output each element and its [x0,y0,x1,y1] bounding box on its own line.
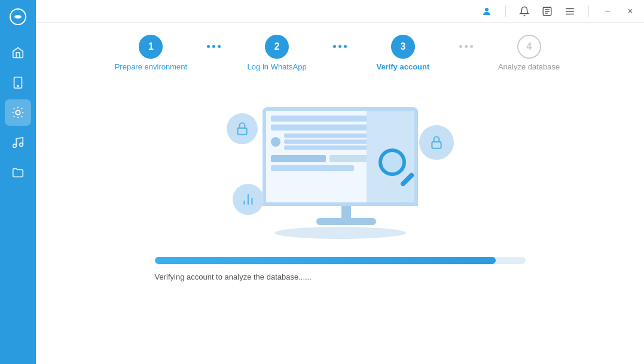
notification-bell-button[interactable] [518,5,531,18]
step-4-label: Analyze database [498,62,560,71]
monitor-shadow [274,227,406,239]
app-logo [7,6,29,28]
monitor-stand-base [316,218,376,225]
svg-point-5 [13,144,17,148]
notes-button[interactable] [541,5,554,18]
step-1-circle: 1 [139,35,163,59]
svg-point-6 [20,143,23,147]
step-4-circle: 4 [517,35,541,59]
step-3-circle: 3 [391,35,415,59]
screen-bar [271,165,354,171]
dot [212,45,215,48]
dot [465,45,468,48]
step-4: 4 Analyze database [473,35,585,71]
screen-btn [271,155,326,162]
step-2: 2 Log in WhatsApp [221,35,333,71]
screen-btn2 [329,155,371,162]
svg-point-1 [16,15,20,19]
dot [459,45,462,48]
step-1: 1 Prepare environment [95,35,207,71]
screen-avatar [271,137,280,147]
monitor-screen [263,107,418,206]
screen-line [284,139,372,144]
titlebar-separator [505,6,506,17]
titlebar-separator2 [588,6,589,17]
content-area: 1 Prepare environment 2 Log in WhatsApp [36,23,644,364]
titlebar: − × [36,0,644,23]
screen-bar [271,125,382,131]
close-button[interactable]: × [624,5,637,18]
magnifier-icon [379,148,418,190]
step-3: 3 Verify account [347,35,459,71]
mag-handle [399,172,414,187]
chart-badge-bottomleft [233,184,264,215]
sidebar-item-music[interactable] [5,129,31,156]
progress-wrap [155,257,526,264]
sidebar [0,0,36,364]
svg-point-7 [485,8,489,11]
illustration [215,89,466,245]
lock-badge-topright [419,125,454,160]
titlebar-controls: − × [480,5,637,18]
sidebar-item-device[interactable] [5,69,31,96]
steps-bar: 1 Prepare environment 2 Log in WhatsApp [95,35,585,71]
lock-badge-topleft [227,113,258,144]
dots-2-3 [333,45,347,61]
dot [207,45,210,48]
svg-point-4 [16,110,20,114]
step-2-label: Log in WhatsApp [248,62,307,71]
status-text: Verifying account to analyze the databas… [155,272,526,281]
monitor-stand-neck [341,206,351,218]
progress-fill [155,257,496,264]
dot [333,45,336,48]
progress-track [155,257,526,264]
dots-1-2 [207,45,221,61]
sidebar-item-cloud[interactable] [5,99,31,126]
sidebar-item-folder[interactable] [5,159,31,186]
svg-rect-10 [432,142,441,148]
dot [338,45,341,48]
monitor-illustration [257,107,424,227]
step-2-circle: 2 [265,35,289,59]
dots-3-4 [459,45,473,61]
user-profile-button[interactable] [480,5,493,18]
menu-button[interactable] [563,5,576,18]
sidebar-item-home[interactable] [5,40,31,66]
sidebar-nav [0,40,36,186]
minimize-button[interactable]: − [601,5,614,18]
svg-rect-9 [237,128,246,135]
mag-glass [379,148,406,176]
main-area: − × 1 Prepare environment 2 [36,0,644,364]
svg-point-3 [17,86,19,87]
step-1-label: Prepare environment [115,62,187,71]
step-3-label: Verify account [376,62,429,71]
